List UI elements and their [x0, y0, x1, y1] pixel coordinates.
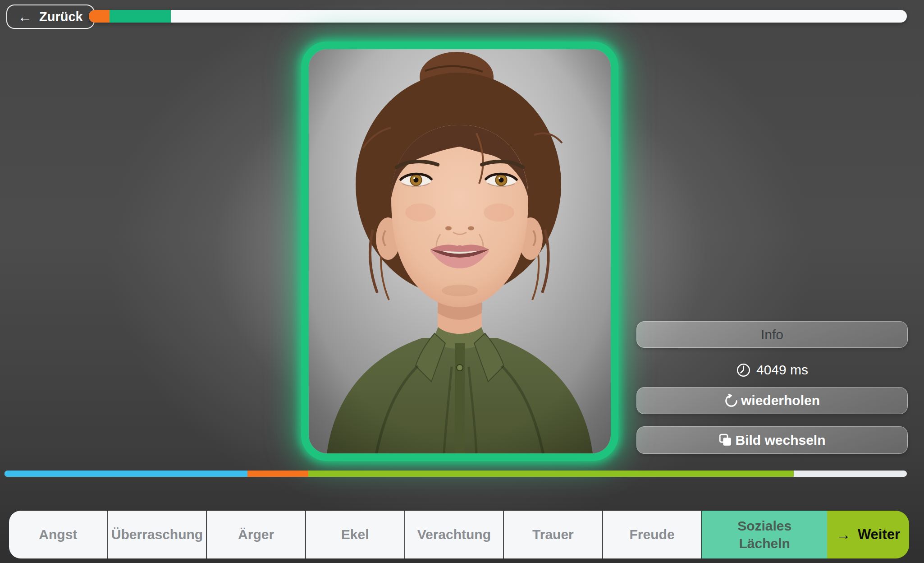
- progress-segment-orange: [89, 10, 110, 23]
- back-button-label: Zurück: [39, 9, 83, 24]
- info-button-label: Info: [761, 327, 783, 342]
- answer-label: Verachtung: [417, 527, 491, 542]
- progress-segment-green: [110, 10, 171, 23]
- repeat-button[interactable]: wiederholen: [636, 387, 908, 414]
- answer-button-ekel[interactable]: Ekel: [306, 511, 405, 558]
- info-button[interactable]: Info: [636, 321, 908, 348]
- back-arrow-icon: ←: [18, 10, 32, 24]
- trial-progress-bar: [5, 471, 907, 477]
- clock-icon: [736, 363, 751, 378]
- answer-button-aerger[interactable]: Ärger: [207, 511, 306, 558]
- repeat-button-label: wiederholen: [741, 393, 820, 408]
- answer-button-verachtung[interactable]: Verachtung: [405, 511, 504, 558]
- images-icon: [718, 433, 732, 447]
- answer-label: Angst: [39, 527, 77, 542]
- answer-button-angst[interactable]: Angst: [9, 511, 108, 558]
- answer-label: Ärger: [238, 527, 274, 542]
- answer-button-soziales-laecheln[interactable]: Soziales Lächeln: [702, 511, 827, 558]
- answer-button-freude[interactable]: Freude: [603, 511, 702, 558]
- answer-bar: AngstÜberraschungÄrgerEkelVerachtungTrau…: [9, 511, 909, 558]
- next-arrow-icon: →: [836, 527, 851, 542]
- answer-label: Überraschung: [111, 527, 203, 542]
- answer-label: Ekel: [341, 527, 369, 542]
- answer-label: Soziales Lächeln: [725, 517, 804, 552]
- change-image-button-label: Bild wechseln: [735, 433, 825, 448]
- change-image-button[interactable]: Bild wechseln: [636, 426, 908, 454]
- answer-button-ueberraschung[interactable]: Überraschung: [108, 511, 207, 558]
- redo-icon: [724, 394, 738, 408]
- stimulus-frame: [301, 42, 618, 461]
- reaction-time-value: 4049 ms: [756, 362, 808, 378]
- next-button-label: Weiter: [858, 526, 900, 543]
- answer-label: Trauer: [532, 527, 574, 542]
- back-button[interactable]: ← Zurück: [6, 5, 95, 29]
- block-progress-bar: [89, 10, 907, 23]
- answer-label: Freude: [630, 527, 675, 542]
- reaction-time: 4049 ms: [636, 360, 908, 380]
- face-stimulus-image: [309, 49, 611, 453]
- progress-segment-green: [308, 471, 794, 477]
- progress-segment-blue: [5, 471, 247, 477]
- progress-segment-orange: [247, 471, 308, 477]
- emotion-training-screen: { "header": { "back_button": { "arrow": …: [0, 0, 924, 563]
- answer-button-trauer[interactable]: Trauer: [504, 511, 603, 558]
- next-button[interactable]: → Weiter: [827, 511, 909, 558]
